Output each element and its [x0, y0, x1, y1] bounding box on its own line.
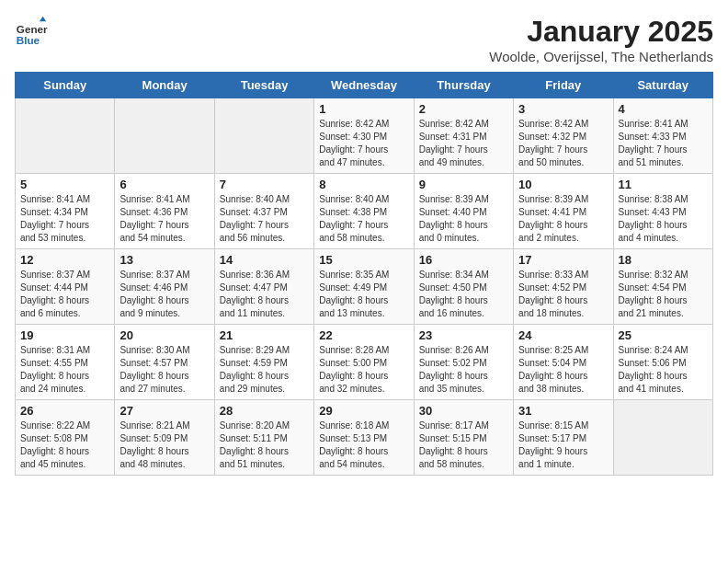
day-number: 12 [20, 253, 109, 267]
svg-text:Blue: Blue [17, 34, 40, 46]
calendar-cell: 29Sunrise: 8:18 AM Sunset: 5:13 PM Dayli… [314, 400, 414, 476]
calendar-cell: 6Sunrise: 8:41 AM Sunset: 4:36 PM Daylig… [115, 174, 214, 249]
page-header: General Blue January 2025 Woolde, Overij… [15, 15, 713, 64]
day-info: Sunrise: 8:18 AM Sunset: 5:13 PM Dayligh… [319, 419, 408, 471]
day-info: Sunrise: 8:22 AM Sunset: 5:08 PM Dayligh… [20, 419, 109, 471]
calendar-cell: 31Sunrise: 8:15 AM Sunset: 5:17 PM Dayli… [514, 400, 613, 476]
day-info: Sunrise: 8:20 AM Sunset: 5:11 PM Dayligh… [220, 419, 309, 471]
day-info: Sunrise: 8:40 AM Sunset: 4:38 PM Dayligh… [319, 193, 408, 245]
day-number: 9 [419, 178, 508, 191]
day-number: 5 [20, 178, 109, 191]
day-number: 13 [119, 253, 209, 267]
day-info: Sunrise: 8:40 AM Sunset: 4:37 PM Dayligh… [220, 193, 309, 245]
weekday-header-tuesday: Tuesday [214, 73, 313, 98]
day-number: 18 [619, 253, 708, 267]
day-info: Sunrise: 8:41 AM Sunset: 4:36 PM Dayligh… [119, 193, 209, 245]
day-number: 1 [319, 102, 408, 116]
weekday-header-monday: Monday [115, 73, 214, 98]
day-number: 25 [619, 328, 708, 342]
day-number: 30 [419, 404, 508, 418]
day-number: 14 [220, 253, 309, 267]
calendar-cell: 5Sunrise: 8:41 AM Sunset: 4:34 PM Daylig… [16, 174, 115, 249]
day-info: Sunrise: 8:30 AM Sunset: 4:57 PM Dayligh… [119, 344, 209, 396]
day-info: Sunrise: 8:35 AM Sunset: 4:49 PM Dayligh… [319, 269, 408, 320]
day-number: 2 [419, 102, 508, 116]
day-info: Sunrise: 8:36 AM Sunset: 4:47 PM Dayligh… [220, 269, 309, 320]
day-number: 6 [119, 178, 209, 191]
calendar-cell: 15Sunrise: 8:35 AM Sunset: 4:49 PM Dayli… [314, 249, 414, 325]
calendar-cell: 22Sunrise: 8:28 AM Sunset: 5:00 PM Dayli… [314, 325, 414, 400]
calendar-cell: 1Sunrise: 8:42 AM Sunset: 4:30 PM Daylig… [314, 98, 414, 174]
calendar-cell: 10Sunrise: 8:39 AM Sunset: 4:41 PM Dayli… [514, 174, 613, 249]
calendar-cell: 28Sunrise: 8:20 AM Sunset: 5:11 PM Dayli… [214, 400, 313, 476]
day-number: 16 [419, 253, 508, 267]
day-number: 28 [220, 404, 309, 418]
calendar-cell: 20Sunrise: 8:30 AM Sunset: 4:57 PM Dayli… [115, 325, 214, 400]
day-number: 19 [20, 328, 109, 342]
calendar-cell [214, 98, 313, 174]
calendar-cell [613, 400, 712, 476]
weekday-header-row: SundayMondayTuesdayWednesdayThursdayFrid… [16, 73, 713, 98]
calendar-cell: 30Sunrise: 8:17 AM Sunset: 5:15 PM Dayli… [414, 400, 513, 476]
day-info: Sunrise: 8:33 AM Sunset: 4:52 PM Dayligh… [518, 269, 608, 320]
calendar-cell: 25Sunrise: 8:24 AM Sunset: 5:06 PM Dayli… [613, 325, 712, 400]
weekday-header-wednesday: Wednesday [314, 73, 414, 98]
calendar-cell: 2Sunrise: 8:42 AM Sunset: 4:31 PM Daylig… [414, 98, 513, 174]
calendar-cell: 21Sunrise: 8:29 AM Sunset: 4:59 PM Dayli… [214, 325, 313, 400]
day-info: Sunrise: 8:41 AM Sunset: 4:34 PM Dayligh… [20, 193, 109, 245]
day-number: 24 [518, 328, 608, 342]
calendar-week-row: 19Sunrise: 8:31 AM Sunset: 4:55 PM Dayli… [16, 325, 713, 400]
day-number: 3 [518, 102, 608, 116]
weekday-header-saturday: Saturday [613, 73, 712, 98]
calendar-cell: 19Sunrise: 8:31 AM Sunset: 4:55 PM Dayli… [16, 325, 115, 400]
day-info: Sunrise: 8:42 AM Sunset: 4:31 PM Dayligh… [419, 118, 508, 169]
logo: General Blue [15, 15, 50, 48]
day-info: Sunrise: 8:39 AM Sunset: 4:40 PM Dayligh… [419, 193, 508, 245]
calendar-cell: 24Sunrise: 8:25 AM Sunset: 5:04 PM Dayli… [514, 325, 613, 400]
calendar-cell: 8Sunrise: 8:40 AM Sunset: 4:38 PM Daylig… [314, 174, 414, 249]
calendar-cell: 11Sunrise: 8:38 AM Sunset: 4:43 PM Dayli… [613, 174, 712, 249]
day-info: Sunrise: 8:32 AM Sunset: 4:54 PM Dayligh… [619, 269, 708, 320]
calendar-cell: 7Sunrise: 8:40 AM Sunset: 4:37 PM Daylig… [214, 174, 313, 249]
day-number: 22 [319, 328, 408, 342]
calendar-cell: 26Sunrise: 8:22 AM Sunset: 5:08 PM Dayli… [16, 400, 115, 476]
weekday-header-sunday: Sunday [16, 73, 115, 98]
day-number: 7 [220, 178, 309, 191]
calendar-cell: 3Sunrise: 8:42 AM Sunset: 4:32 PM Daylig… [514, 98, 613, 174]
month-title: January 2025 [489, 15, 713, 49]
calendar-week-row: 5Sunrise: 8:41 AM Sunset: 4:34 PM Daylig… [16, 174, 713, 249]
day-info: Sunrise: 8:15 AM Sunset: 5:17 PM Dayligh… [518, 419, 608, 471]
day-number: 26 [20, 404, 109, 418]
day-number: 10 [518, 178, 608, 191]
day-info: Sunrise: 8:41 AM Sunset: 4:33 PM Dayligh… [619, 118, 708, 169]
day-info: Sunrise: 8:37 AM Sunset: 4:46 PM Dayligh… [119, 269, 209, 320]
day-info: Sunrise: 8:42 AM Sunset: 4:32 PM Dayligh… [518, 118, 608, 169]
day-info: Sunrise: 8:31 AM Sunset: 4:55 PM Dayligh… [20, 344, 109, 396]
calendar-cell: 13Sunrise: 8:37 AM Sunset: 4:46 PM Dayli… [115, 249, 214, 325]
calendar-cell [115, 98, 214, 174]
day-number: 23 [419, 328, 508, 342]
day-number: 17 [518, 253, 608, 267]
calendar-cell: 14Sunrise: 8:36 AM Sunset: 4:47 PM Dayli… [214, 249, 313, 325]
day-info: Sunrise: 8:39 AM Sunset: 4:41 PM Dayligh… [518, 193, 608, 245]
calendar-cell: 4Sunrise: 8:41 AM Sunset: 4:33 PM Daylig… [613, 98, 712, 174]
day-info: Sunrise: 8:21 AM Sunset: 5:09 PM Dayligh… [119, 419, 209, 471]
day-number: 20 [119, 328, 209, 342]
weekday-header-thursday: Thursday [414, 73, 513, 98]
weekday-header-friday: Friday [514, 73, 613, 98]
day-info: Sunrise: 8:29 AM Sunset: 4:59 PM Dayligh… [220, 344, 309, 396]
day-number: 21 [220, 328, 309, 342]
day-info: Sunrise: 8:26 AM Sunset: 5:02 PM Dayligh… [419, 344, 508, 396]
day-number: 4 [619, 102, 708, 116]
calendar-week-row: 1Sunrise: 8:42 AM Sunset: 4:30 PM Daylig… [16, 98, 713, 174]
day-info: Sunrise: 8:38 AM Sunset: 4:43 PM Dayligh… [619, 193, 708, 245]
day-info: Sunrise: 8:34 AM Sunset: 4:50 PM Dayligh… [419, 269, 508, 320]
calendar-cell: 27Sunrise: 8:21 AM Sunset: 5:09 PM Dayli… [115, 400, 214, 476]
logo-icon: General Blue [15, 15, 48, 48]
day-number: 31 [518, 404, 608, 418]
day-info: Sunrise: 8:25 AM Sunset: 5:04 PM Dayligh… [518, 344, 608, 396]
calendar-week-row: 12Sunrise: 8:37 AM Sunset: 4:44 PM Dayli… [16, 249, 713, 325]
day-info: Sunrise: 8:24 AM Sunset: 5:06 PM Dayligh… [619, 344, 708, 396]
day-info: Sunrise: 8:17 AM Sunset: 5:15 PM Dayligh… [419, 419, 508, 471]
calendar-cell: 18Sunrise: 8:32 AM Sunset: 4:54 PM Dayli… [613, 249, 712, 325]
